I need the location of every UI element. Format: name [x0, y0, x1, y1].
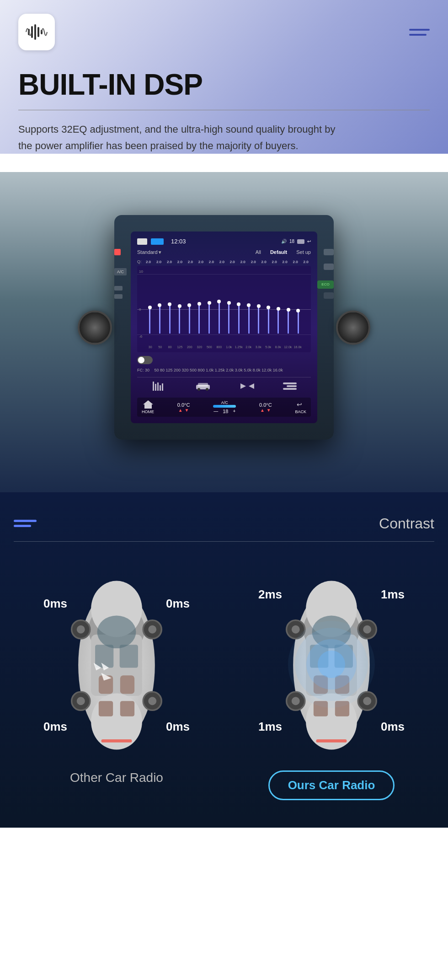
eq-bar-11[interactable] — [254, 274, 263, 338]
eq-handle-1[interactable] — [158, 303, 161, 307]
freq-label-14: 12.0k — [283, 345, 293, 349]
freq-label-11: 3.0k — [254, 345, 264, 349]
tab-default[interactable]: Default — [270, 249, 287, 255]
eq-bar-4[interactable] — [185, 274, 194, 338]
freq-label-13: 8.0k — [273, 345, 283, 349]
qv-13: 2.0 — [269, 260, 279, 264]
freq-label-4: 200 — [185, 345, 195, 349]
svg-rect-3 — [37, 27, 39, 37]
grid-label-n6: -6 — [139, 334, 142, 339]
nav-settings[interactable] — [283, 382, 297, 391]
ours-car-label-button[interactable]: Ours Car Radio — [268, 770, 395, 800]
left-btn-3 — [114, 294, 123, 299]
eq-bar-7[interactable] — [214, 274, 224, 338]
svg-rect-59 — [314, 701, 328, 716]
svg-rect-69 — [316, 739, 347, 743]
toggle-track[interactable] — [137, 356, 153, 364]
eq-bar-15[interactable] — [293, 274, 303, 338]
eq-bar-13[interactable] — [274, 274, 283, 338]
eq-handle-7[interactable] — [217, 300, 221, 303]
eq-handle-10[interactable] — [247, 303, 251, 307]
page-title: BUILT-IN DSP — [18, 69, 430, 101]
eq-handle-2[interactable] — [168, 302, 171, 306]
eq-handle-0[interactable] — [148, 306, 152, 309]
eq-handle-14[interactable] — [287, 308, 290, 312]
nav-car[interactable] — [194, 381, 212, 391]
battery-icon: 🔊 — [281, 239, 287, 244]
eq-bar-6[interactable] — [205, 274, 214, 338]
hamburger-line-1 — [409, 29, 430, 31]
svg-marker-15 — [249, 383, 254, 389]
left-buttons: A/C — [114, 249, 127, 299]
comparison-section: Contrast 0ms 0ms 0ms 0ms — [0, 492, 448, 828]
eq-bar-1[interactable] — [155, 274, 165, 338]
svg-rect-56 — [335, 645, 353, 668]
back-button[interactable]: ↩ BACK — [295, 400, 306, 414]
other-car-image-wrap: 0ms 0ms 0ms 0ms — [53, 569, 181, 761]
ac-plus[interactable]: + — [233, 409, 235, 414]
eq-bar-0[interactable] — [145, 274, 155, 338]
eq-bar-3[interactable] — [175, 274, 184, 338]
svg-point-68 — [363, 697, 371, 705]
eco-btn[interactable]: ECO — [317, 280, 334, 289]
eq-handle-8[interactable] — [227, 301, 231, 305]
temp-left-value: 0.0°C — [177, 402, 190, 408]
qv-12: 2.0 — [259, 260, 269, 264]
ac-controls: — 18 + — [213, 409, 235, 414]
eq-handle-5[interactable] — [197, 302, 201, 306]
eq-bar-8[interactable] — [224, 274, 234, 338]
svg-rect-11 — [198, 383, 208, 387]
eq-handle-9[interactable] — [237, 302, 240, 306]
eq-handle-12[interactable] — [267, 306, 270, 309]
tab-setup[interactable]: Set up — [296, 249, 311, 255]
toggle-row — [137, 356, 311, 364]
eq-bar-12[interactable] — [264, 274, 273, 338]
eq-handle-13[interactable] — [277, 307, 280, 311]
eq-bar-14[interactable] — [284, 274, 293, 338]
eq-handle-11[interactable] — [257, 304, 261, 308]
eq-bar-5[interactable] — [195, 274, 204, 338]
section-icon — [14, 520, 37, 527]
freq-label-6: 500 — [204, 345, 214, 349]
tab-all[interactable]: All — [256, 249, 261, 255]
svg-rect-31 — [99, 701, 113, 716]
home-button[interactable]: HOME — [142, 400, 154, 414]
eq-handle-4[interactable] — [187, 303, 191, 307]
svg-rect-57 — [314, 675, 328, 694]
eq-handle-6[interactable] — [208, 301, 211, 305]
svg-rect-18 — [283, 388, 297, 390]
svg-rect-6 — [155, 384, 156, 391]
other-car-label: Other Car Radio — [70, 770, 163, 785]
other-timing-bottom-right: 0ms — [166, 720, 190, 734]
svg-point-12 — [197, 388, 200, 391]
nav-arrows[interactable] — [240, 382, 254, 391]
bt-icon — [151, 238, 164, 245]
screen-menu-bar: Standard ▼ All Default Set up — [137, 249, 311, 255]
ours-car-image-wrap: 2ms 1ms 1ms 0ms — [267, 569, 395, 761]
fc-label: FC: 30 — [137, 368, 149, 372]
eq-bar-9[interactable] — [235, 274, 244, 338]
screen-status-icons: 🔊 18 ↩ — [281, 239, 311, 244]
eco-label: ECO — [317, 280, 334, 289]
qv-16: 2.0 — [301, 260, 311, 264]
freq-label-0: 30 — [145, 345, 155, 349]
ac-minus[interactable]: — — [213, 409, 218, 414]
eq-bar-10[interactable] — [244, 274, 253, 338]
left-btn-1 — [114, 249, 121, 255]
menu-button[interactable] — [409, 29, 430, 36]
home-label: HOME — [142, 409, 154, 414]
freq-labels-row: 3050801252003205008001.0k1.25k2.0k3.0k5.… — [139, 345, 309, 349]
qv-1: 2.0 — [144, 260, 154, 264]
icon-line-2 — [14, 525, 31, 527]
other-car-svg — [62, 578, 171, 752]
eq-bar-2[interactable] — [165, 274, 174, 338]
qv-8: 2.0 — [217, 260, 227, 264]
eq-handle-3[interactable] — [178, 304, 181, 308]
nav-equalizer[interactable] — [152, 382, 165, 391]
ac-value: 18 — [223, 409, 228, 414]
svg-text:↩: ↩ — [297, 401, 302, 408]
svg-point-66 — [292, 697, 300, 705]
eq-handle-15[interactable] — [296, 309, 300, 312]
back-label: BACK — [295, 409, 306, 414]
hamburger-line-2 — [409, 34, 427, 36]
